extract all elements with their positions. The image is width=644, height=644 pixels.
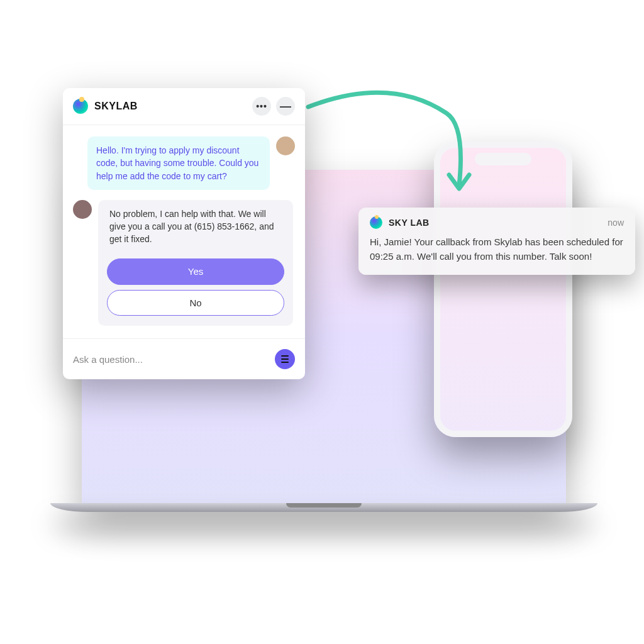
agent-avatar [73, 200, 92, 219]
laptop-base [50, 503, 597, 512]
yes-button[interactable]: Yes [107, 258, 284, 285]
agent-message-text: No problem, I can help with that. We wil… [107, 208, 284, 253]
minimize-button[interactable]: — [276, 97, 295, 116]
minus-icon: — [280, 101, 291, 112]
chat-input[interactable] [73, 354, 269, 365]
notification-header: SKY LAB now [370, 216, 624, 229]
chat-body: Hello. I'm trying to apply my discount c… [63, 125, 305, 335]
notification-card[interactable]: SKY LAB now Hi, Jamie! Your callback fro… [358, 208, 635, 275]
notification-app-name: SKY LAB [389, 218, 430, 228]
user-message-row: Hello. I'm trying to apply my discount c… [73, 136, 295, 190]
agent-message-row: No problem, I can help with that. We wil… [73, 200, 295, 326]
notification-time: now [608, 218, 624, 228]
chat-input-row [63, 338, 305, 379]
chat-title: SKYLAB [94, 101, 138, 112]
no-button[interactable]: No [107, 290, 284, 316]
user-avatar [276, 136, 295, 155]
agent-message-bubble: No problem, I can help with that. We wil… [98, 200, 293, 326]
menu-button[interactable] [275, 349, 295, 369]
ellipsis-icon: ••• [256, 101, 267, 111]
chat-header: SKYLAB ••• — [63, 88, 305, 125]
hamburger-icon [281, 355, 289, 363]
more-button[interactable]: ••• [252, 97, 271, 116]
phone-mockup [434, 142, 572, 437]
laptop-notch [286, 503, 362, 508]
chat-widget: SKYLAB ••• — Hello. I'm trying to apply … [63, 88, 305, 379]
brand-logo-icon [73, 99, 88, 114]
notification-app-icon [370, 216, 382, 229]
user-message-bubble: Hello. I'm trying to apply my discount c… [87, 136, 270, 190]
notification-body: Hi, Jamie! Your callback from Skylab has… [370, 235, 624, 264]
